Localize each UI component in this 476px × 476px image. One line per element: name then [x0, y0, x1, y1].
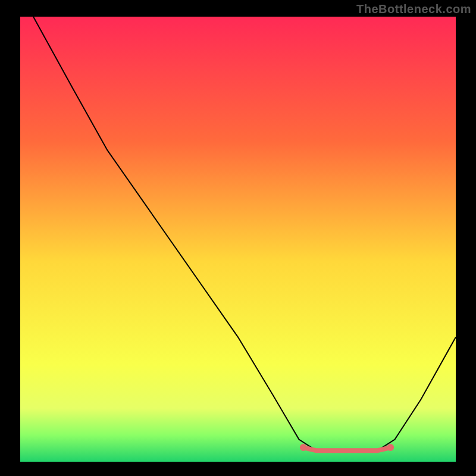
range-endpoint-marker — [300, 444, 307, 451]
plot-background — [20, 17, 456, 462]
chart-svg — [20, 17, 456, 462]
plot-area — [20, 17, 456, 462]
watermark-text: TheBottleneck.com — [356, 2, 471, 16]
chart-outer-frame: TheBottleneck.com — [0, 0, 476, 476]
range-endpoint-marker — [387, 444, 394, 451]
